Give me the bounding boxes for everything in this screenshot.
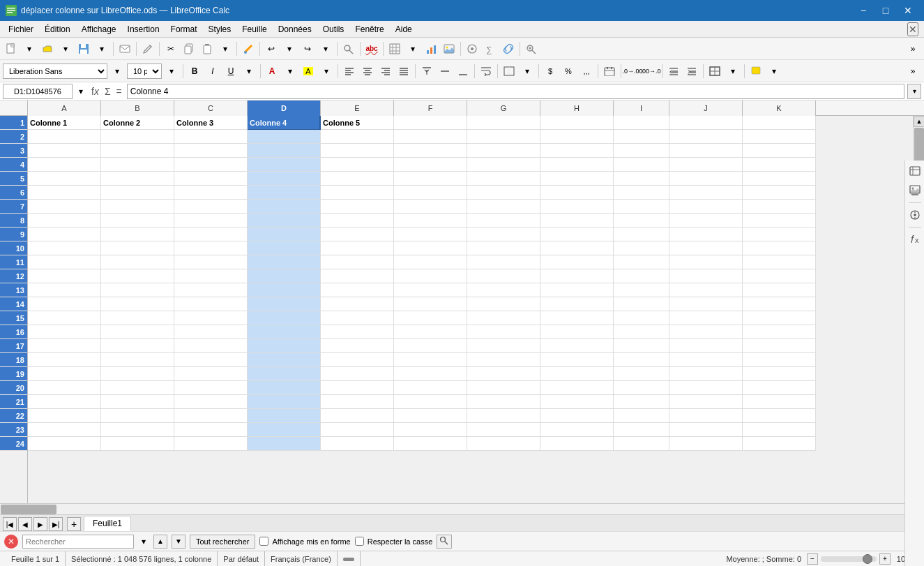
cell-C22[interactable] <box>174 409 248 423</box>
cell-I1[interactable] <box>614 116 669 130</box>
cell-F24[interactable] <box>394 437 467 451</box>
cell-C14[interactable] <box>174 297 248 311</box>
cell-G15[interactable] <box>467 311 540 325</box>
function-wizard-button[interactable]: ∑ <box>482 40 499 57</box>
cell-A6[interactable] <box>28 186 101 200</box>
search-next-button[interactable]: ▼ <box>172 535 185 549</box>
cell-H10[interactable] <box>540 241 614 255</box>
cell-C5[interactable] <box>174 172 248 186</box>
cell-B23[interactable] <box>101 423 174 437</box>
cell-A11[interactable] <box>28 255 101 269</box>
cell-K7[interactable] <box>743 200 816 214</box>
col-header-H[interactable]: H <box>540 100 614 116</box>
case-sensitive-checkbox[interactable] <box>355 537 364 546</box>
formula-input[interactable] <box>127 84 904 99</box>
cell-H7[interactable] <box>540 200 614 214</box>
wrap-text-button[interactable] <box>478 63 494 80</box>
menu-edition[interactable]: Édition <box>39 23 76 36</box>
col-header-C[interactable]: C <box>174 100 248 116</box>
cell-G5[interactable] <box>467 172 540 186</box>
cell-F15[interactable] <box>394 311 467 325</box>
cell-B22[interactable] <box>101 409 174 423</box>
merge-cells-button[interactable] <box>501 63 517 80</box>
cell-J1[interactable] <box>669 116 743 130</box>
cell-J7[interactable] <box>669 200 743 214</box>
cell-E16[interactable] <box>321 325 394 339</box>
search-options-dropdown-button[interactable]: ▾ <box>138 536 149 547</box>
cell-I21[interactable] <box>614 395 669 409</box>
cell-F19[interactable] <box>394 367 467 381</box>
hyperlink-button[interactable] <box>500 40 517 57</box>
cell-D16[interactable] <box>248 325 321 339</box>
cell-H19[interactable] <box>540 367 614 381</box>
search-input[interactable] <box>22 535 134 549</box>
cell-D6[interactable] <box>248 186 321 200</box>
row-num-9[interactable]: 9 <box>0 228 27 241</box>
cell-B2[interactable] <box>101 130 174 144</box>
cell-J6[interactable] <box>669 186 743 200</box>
bg-color-button[interactable] <box>748 63 764 80</box>
cell-C23[interactable] <box>174 423 248 437</box>
cell-E1[interactable]: Colonne 5 <box>321 116 394 130</box>
cell-D3[interactable] <box>248 144 321 158</box>
cell-G22[interactable] <box>467 409 540 423</box>
cell-A19[interactable] <box>28 367 101 381</box>
cell-E20[interactable] <box>321 381 394 395</box>
paste-dropdown-button[interactable]: ▾ <box>217 40 234 57</box>
open-dropdown-button[interactable]: ▾ <box>57 40 74 57</box>
row-num-11[interactable]: 11 <box>0 255 27 269</box>
cell-K19[interactable] <box>743 367 816 381</box>
cell-F7[interactable] <box>394 200 467 214</box>
row-num-1[interactable]: 1 <box>0 116 27 130</box>
cell-H18[interactable] <box>540 353 614 367</box>
menu-outils[interactable]: Outils <box>317 23 350 36</box>
zoom-slider[interactable] <box>821 556 877 562</box>
row-num-6[interactable]: 6 <box>0 186 27 200</box>
cell-K20[interactable] <box>743 381 816 395</box>
cell-J10[interactable] <box>669 241 743 255</box>
cell-J16[interactable] <box>669 325 743 339</box>
cell-G10[interactable] <box>467 241 540 255</box>
cell-B6[interactable] <box>101 186 174 200</box>
cell-F8[interactable] <box>394 214 467 228</box>
col-header-B[interactable]: B <box>101 100 174 116</box>
row-num-4[interactable]: 4 <box>0 158 27 172</box>
cell-G14[interactable] <box>467 297 540 311</box>
cell-I15[interactable] <box>614 311 669 325</box>
next-sheet-button[interactable]: ▶ <box>33 517 47 531</box>
sum-icon[interactable]: Σ <box>103 86 113 97</box>
cell-B14[interactable] <box>101 297 174 311</box>
add-sheet-button[interactable]: + <box>67 517 81 531</box>
zoom-in-button[interactable]: + <box>879 553 891 565</box>
cell-H22[interactable] <box>540 409 614 423</box>
cell-K1[interactable] <box>743 116 816 130</box>
bg-color-dropdown-button[interactable]: ▾ <box>766 63 782 80</box>
cell-C21[interactable] <box>174 395 248 409</box>
row-num-8[interactable]: 8 <box>0 214 27 228</box>
cell-K18[interactable] <box>743 353 816 367</box>
cell-E13[interactable] <box>321 283 394 297</box>
highlight-color-button[interactable]: A <box>300 63 317 80</box>
cell-D17[interactable] <box>248 339 321 353</box>
redo-button[interactable]: ↪ <box>299 40 316 57</box>
cell-E12[interactable] <box>321 269 394 283</box>
cell-K8[interactable] <box>743 214 816 228</box>
cell-D13[interactable] <box>248 283 321 297</box>
cell-B19[interactable] <box>101 367 174 381</box>
cell-D9[interactable] <box>248 228 321 241</box>
cell-F6[interactable] <box>394 186 467 200</box>
font-size-select[interactable]: 10 pt <box>127 64 162 79</box>
cell-D18[interactable] <box>248 353 321 367</box>
cell-A5[interactable] <box>28 172 101 186</box>
cell-I16[interactable] <box>614 325 669 339</box>
cell-C8[interactable] <box>174 214 248 228</box>
cell-H9[interactable] <box>540 228 614 241</box>
cell-B21[interactable] <box>101 395 174 409</box>
cell-A17[interactable] <box>28 339 101 353</box>
row-num-3[interactable]: 3 <box>0 144 27 158</box>
cell-G7[interactable] <box>467 200 540 214</box>
cell-H24[interactable] <box>540 437 614 451</box>
cell-B11[interactable] <box>101 255 174 269</box>
insert-image-button[interactable] <box>441 40 457 57</box>
cell-J3[interactable] <box>669 144 743 158</box>
